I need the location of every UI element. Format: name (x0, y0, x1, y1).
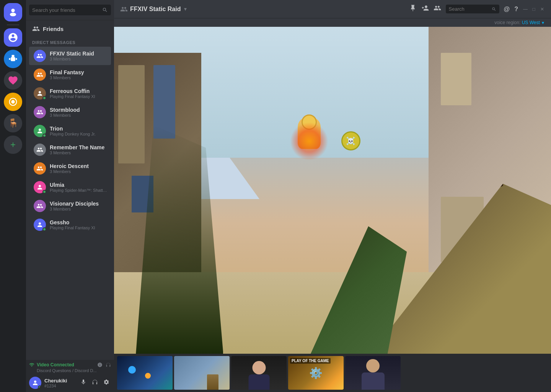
video-area: ☠️ END CALL (114, 27, 551, 392)
members-icon[interactable] (434, 4, 441, 14)
thumbnail-5-bg (345, 356, 401, 390)
dm-sub-ulmia: Playing Spider-Man™: Shattered Dimen... (50, 188, 108, 193)
dm-name-ffxiv: FFXIV Static Raid (50, 51, 102, 57)
thumbnail-2-bg (174, 356, 230, 390)
server-s3[interactable] (4, 71, 22, 90)
thumbnail-3-bg (231, 356, 287, 390)
svg-point-1 (10, 13, 16, 16)
dm-name-ff: Final Fantasy (50, 69, 108, 75)
window-controls: — □ ✕ (523, 7, 545, 12)
dm-item-ff[interactable]: Final Fantasy 3 Members (29, 65, 111, 84)
voice-region-label: voice region: (494, 20, 520, 25)
dm-item-ferreous[interactable]: Ferreous Coffin Playing Final Fantasy XI (29, 84, 111, 103)
header-search-bar[interactable] (446, 5, 499, 13)
dm-sub-visionary: 3 Members (50, 207, 108, 211)
voice-connected-panel: Video Connected Discord Questions / Disc… (26, 360, 114, 374)
headphones-button[interactable] (90, 378, 99, 387)
thumbnail-3[interactable] (231, 356, 287, 390)
svg-rect-3 (12, 55, 15, 57)
dm-name-trion: Trion (50, 126, 108, 132)
svg-rect-2 (11, 57, 15, 61)
dm-item-gessho[interactable]: Gessho Playing Final Fantasy XI (29, 216, 111, 234)
user-info: Cherukiki #1234 (44, 378, 76, 388)
user-controls (79, 378, 111, 387)
dm-list: FFXIV Static Raid 3 Members ✕ Final Fant… (26, 46, 114, 360)
svg-rect-7 (16, 58, 17, 60)
server-s4[interactable] (4, 93, 22, 111)
add-server-button[interactable]: + (4, 136, 22, 154)
user-settings-button[interactable] (102, 378, 111, 387)
thumbnail-2[interactable] (174, 356, 230, 390)
voice-region-value[interactable]: US West (522, 20, 540, 25)
headphones-icon[interactable] (106, 362, 111, 368)
dm-avatar-ferreous (34, 87, 46, 100)
dm-info-stormblood: Stormblood 3 Members (50, 107, 108, 118)
dm-item-ffxiv[interactable]: FFXIV Static Raid 3 Members ✕ (29, 47, 111, 65)
voice-channel-label: Discord Questions / Discord D... (29, 368, 111, 373)
user-bar: Cherukiki #1234 (26, 374, 114, 392)
server-s1[interactable] (4, 28, 22, 47)
mic-button[interactable] (79, 378, 88, 387)
dm-sub-gessho: Playing Final Fantasy XI (50, 225, 108, 230)
friends-nav-item[interactable]: Friends (26, 20, 114, 34)
header-search-input[interactable] (449, 6, 489, 12)
thumbnail-4[interactable]: PLAY OF THE GAME ⚙️ (288, 356, 344, 390)
dm-item-visionary[interactable]: Visionary Disciples 3 Members (29, 197, 111, 215)
maximize-button[interactable]: □ (531, 7, 536, 12)
search-friends-input[interactable] (32, 7, 102, 13)
header-title-area: FFXIV Static Raid ▼ (120, 5, 406, 13)
status-online-ferreous (42, 96, 46, 100)
dm-sub-stormblood: 3 Members (50, 113, 108, 118)
dm-name-ulmia: Ulmia (50, 182, 108, 188)
thumb-game-scene-2 (174, 356, 230, 390)
dm-name-visionary: Visionary Disciples (50, 201, 108, 207)
header-actions: @ ? — □ ✕ (409, 4, 545, 14)
dm-avatar-visionary (34, 200, 46, 212)
svg-point-11 (39, 129, 41, 131)
close-button[interactable]: ✕ (540, 7, 545, 12)
svg-point-13 (39, 222, 41, 225)
help-icon[interactable]: ? (514, 6, 518, 13)
dm-avatar-trion (34, 125, 46, 137)
dm-item-ulmia[interactable]: Ulmia Playing Spider-Man™: Shattered Dim… (29, 178, 111, 196)
header-chevron[interactable]: ▼ (183, 7, 187, 12)
minimize-button[interactable]: — (523, 7, 528, 12)
dm-item-remember[interactable]: Remember The Name 3 Members (29, 140, 111, 159)
info-icon[interactable] (97, 362, 103, 368)
svg-point-0 (11, 9, 15, 12)
status-online-gessho (42, 227, 46, 231)
voice-region-chevron[interactable]: ▼ (541, 21, 545, 25)
dm-item-heroic[interactable]: Heroic Descent 3 Members (29, 159, 111, 178)
thumbnail-1[interactable] (117, 356, 173, 390)
svg-point-5 (13, 58, 15, 60)
dm-name-remember: Remember The Name (50, 144, 108, 150)
pin-icon[interactable] (409, 4, 417, 14)
dm-info-ff: Final Fantasy 3 Members (50, 69, 108, 80)
server-s5[interactable]: 🪑 (4, 114, 22, 132)
friends-label: Friends (43, 26, 64, 32)
dm-sub-ffxiv: 3 Members (50, 57, 102, 61)
add-member-icon[interactable] (421, 4, 429, 14)
weapon-barrel (334, 156, 504, 243)
dm-info-ulmia: Ulmia Playing Spider-Man™: Shattered Dim… (50, 182, 108, 193)
home-server-button[interactable] (4, 3, 22, 21)
thumbnail-5[interactable] (345, 356, 401, 390)
dm-sidebar: Friends DIRECT MESSAGES FFXIV Static Rai… (26, 0, 114, 392)
thumb-game-icon: ⚙️ (309, 367, 323, 379)
thumb-char-1 (128, 366, 136, 374)
game-scene-background: ☠️ (114, 27, 551, 354)
main-video: ☠️ END CALL (114, 27, 551, 354)
status-online-trion (42, 134, 46, 137)
dm-item-trion[interactable]: Trion Playing Donkey Kong Jr. (29, 122, 111, 140)
dm-name-stormblood: Stormblood (50, 107, 108, 113)
dm-name-gessho: Gessho (50, 219, 108, 225)
server-s2[interactable] (4, 50, 22, 68)
thumb-weapon-2 (207, 374, 218, 390)
search-friends-input-wrapper[interactable] (29, 5, 111, 15)
dm-avatar-remember (34, 144, 46, 156)
dm-info-remember: Remember The Name 3 Members (50, 144, 108, 155)
weapon-foreground (311, 141, 551, 354)
dm-item-stormblood[interactable]: Stormblood 3 Members (29, 103, 111, 121)
username: Cherukiki (44, 378, 76, 384)
mention-icon[interactable]: @ (504, 6, 510, 13)
